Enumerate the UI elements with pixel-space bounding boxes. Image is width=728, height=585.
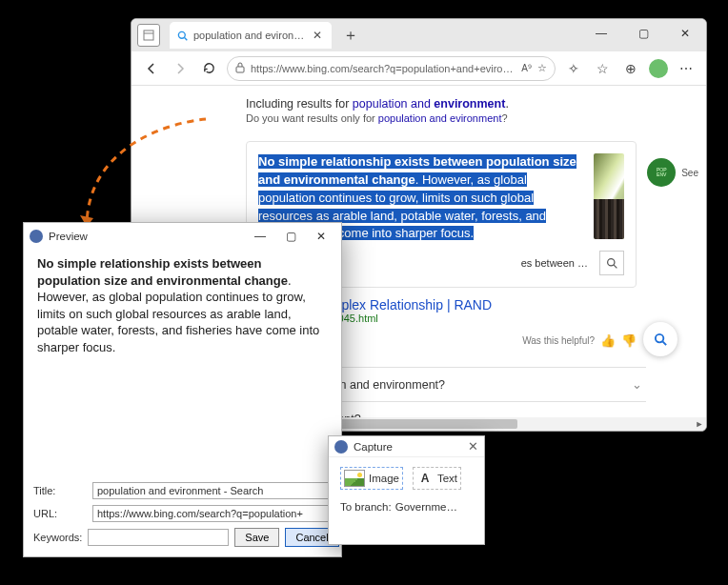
corrected-link[interactable]: population and environment	[353, 97, 506, 111]
more-button[interactable]: ⋯	[676, 58, 697, 79]
collections-button[interactable]: ✧	[563, 58, 584, 79]
new-tab-button[interactable]: ＋	[339, 24, 362, 47]
app-icon	[30, 230, 43, 243]
capture-options: Image A Text	[340, 467, 473, 490]
scroll-right-button[interactable]: ►	[693, 417, 706, 431]
window-controls: — ▢ ✕	[580, 19, 706, 48]
profile-avatar[interactable]	[649, 59, 668, 78]
keywords-input[interactable]	[88, 529, 229, 546]
topic-badge[interactable]: POPENV	[647, 158, 676, 187]
app-menu-button[interactable]	[137, 24, 160, 47]
svg-point-5	[607, 258, 614, 265]
favorite-button[interactable]: ☆	[537, 62, 547, 74]
refresh-button[interactable]	[198, 58, 219, 79]
thumbs-down-icon[interactable]: 👎	[621, 333, 637, 348]
close-button[interactable]: ✕	[468, 439, 478, 454]
title-input[interactable]	[92, 482, 332, 499]
app-icon	[334, 440, 348, 454]
svg-point-2	[178, 31, 185, 38]
lock-icon	[235, 62, 245, 75]
browser-toolbar: https://www.bing.com/search?q=population…	[131, 51, 706, 86]
url-input[interactable]	[92, 505, 332, 522]
svg-line-8	[662, 341, 666, 345]
maximize-button[interactable]: ▢	[276, 227, 305, 246]
to-branch-label: To branch:	[340, 501, 392, 513]
preview-window: Preview — ▢ ✕ No simple relationship exi…	[23, 222, 342, 557]
favorites-button[interactable]: ☆	[592, 58, 613, 79]
address-bar[interactable]: https://www.bing.com/search?q=population…	[227, 56, 556, 81]
floating-search-button[interactable]	[643, 322, 677, 356]
svg-line-3	[185, 37, 188, 40]
right-sidebar-overlay: POPENV See	[647, 158, 698, 187]
forward-button[interactable]	[170, 58, 191, 79]
bing-icon	[177, 30, 188, 41]
close-button[interactable]: ✕	[307, 227, 335, 246]
text-icon: A	[416, 470, 434, 487]
original-query-link[interactable]: population and evironment	[378, 112, 502, 124]
keywords-label: Keywords:	[33, 532, 82, 543]
title-label: Title:	[33, 485, 87, 496]
spell-original-line: Do you want results only for population …	[246, 112, 706, 124]
minimize-button[interactable]: —	[246, 227, 274, 246]
svg-rect-0	[144, 30, 153, 40]
close-button[interactable]: ✕	[664, 19, 706, 48]
svg-line-6	[614, 265, 617, 268]
preview-form: Title: URL: Keywords: Save Cancel	[33, 476, 332, 547]
tab-close-button[interactable]: ✕	[311, 29, 324, 42]
answer-image[interactable]	[594, 153, 624, 239]
chevron-down-icon: ⌄	[632, 377, 642, 392]
search-icon[interactable]	[599, 251, 624, 275]
capture-titlebar[interactable]: Capture ✕	[329, 436, 484, 457]
thumbs-up-icon[interactable]: 👍	[600, 333, 616, 348]
back-button[interactable]	[141, 58, 162, 79]
see-label: See	[681, 168, 698, 178]
url-label: URL:	[33, 508, 87, 519]
to-branch-value[interactable]: Governme…	[395, 501, 457, 513]
preview-body-text: No simple relationship exists between po…	[24, 250, 341, 365]
tab-title: population and evironment - Se	[193, 30, 305, 41]
capture-image-option[interactable]: Image	[340, 467, 403, 490]
preview-titlebar[interactable]: Preview — ▢ ✕	[24, 223, 341, 250]
capture-branch-row: To branch: Governme…	[340, 501, 473, 513]
capture-text-option[interactable]: A Text	[413, 467, 461, 490]
spell-correction-line: Including results for population and env…	[246, 97, 706, 111]
svg-point-7	[655, 333, 662, 341]
capture-title: Capture	[354, 441, 393, 453]
browser-tab[interactable]: population and evironment - Se ✕	[170, 22, 332, 49]
extensions-button[interactable]: ⊕	[620, 58, 641, 79]
url-text: https://www.bing.com/search?q=population…	[251, 63, 516, 74]
save-button[interactable]: Save	[234, 528, 279, 547]
capture-window: Capture ✕ Image A Text To branch: Govern…	[328, 435, 485, 545]
maximize-button[interactable]: ▢	[622, 19, 664, 48]
svg-rect-4	[236, 67, 244, 72]
reading-tool[interactable]: A⁹	[521, 63, 532, 73]
minimize-button[interactable]: —	[580, 19, 622, 48]
preview-title: Preview	[49, 231, 88, 242]
image-icon	[344, 470, 365, 487]
